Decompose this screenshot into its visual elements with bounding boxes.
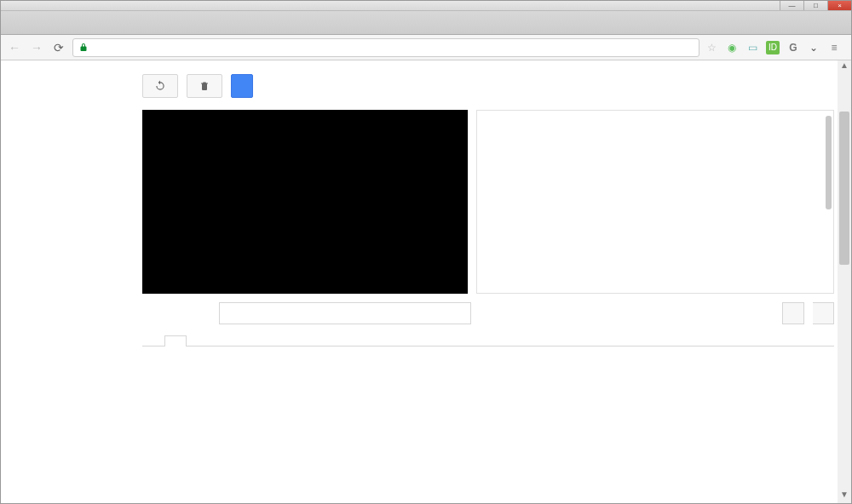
page-scrollbar-thumb[interactable] (839, 112, 849, 265)
page-scrollbar[interactable]: ▲ ▼ (838, 60, 851, 503)
json-toggle-button[interactable] (782, 302, 804, 324)
main-content (137, 60, 851, 503)
card-preview (142, 110, 468, 294)
refresh-icon (154, 80, 166, 92)
design-tabs (142, 335, 834, 346)
code-scrollbar[interactable] (826, 116, 832, 288)
editor-row (142, 110, 834, 294)
back-button[interactable]: ← (6, 39, 23, 56)
window-close-button[interactable]: × (827, 1, 851, 10)
window-minimize-button[interactable]: — (780, 1, 803, 10)
pocket-icon[interactable]: ⌄ (807, 41, 820, 54)
tab-timeline[interactable] (164, 335, 187, 346)
extension-icons: ☆ ◉ ▭ ID G ⌄ ≡ (705, 41, 846, 54)
forward-button[interactable]: → (28, 39, 45, 56)
g-icon[interactable]: G (786, 41, 800, 54)
sidebar-nav (1, 60, 137, 503)
editor-toolbar (142, 74, 834, 98)
green-dot-icon[interactable]: ◉ (725, 41, 739, 54)
update-item-button[interactable] (231, 74, 253, 98)
url-field[interactable] (72, 38, 699, 57)
window-title-bar: — □ × (1, 1, 851, 11)
code-scrollbar-thumb[interactable] (826, 116, 832, 209)
star-icon[interactable]: ☆ (705, 41, 718, 54)
delete-button[interactable] (187, 74, 222, 98)
footer-brand-icon-input[interactable] (219, 302, 471, 324)
menu-icon[interactable]: ≡ (827, 41, 841, 54)
browser-tab-strip (1, 11, 851, 35)
footer-row (142, 302, 834, 324)
cast-icon[interactable]: ▭ (746, 41, 759, 54)
lock-icon (78, 43, 89, 53)
trash-icon (199, 80, 210, 92)
scroll-up-arrow[interactable]: ▲ (838, 60, 851, 74)
html-toggle-button[interactable] (813, 302, 834, 324)
window-maximize-button[interactable]: □ (803, 1, 827, 10)
scroll-down-arrow[interactable]: ▼ (838, 490, 851, 503)
address-bar: ← → ⟳ ☆ ◉ ▭ ID G ⌄ ≡ (1, 35, 851, 60)
evernote-icon[interactable]: ID (766, 41, 780, 54)
html-code-editor[interactable] (476, 110, 834, 294)
reload-button[interactable]: ⟳ (50, 39, 67, 56)
tab-templates[interactable] (142, 335, 164, 346)
refresh-button[interactable] (142, 74, 178, 98)
